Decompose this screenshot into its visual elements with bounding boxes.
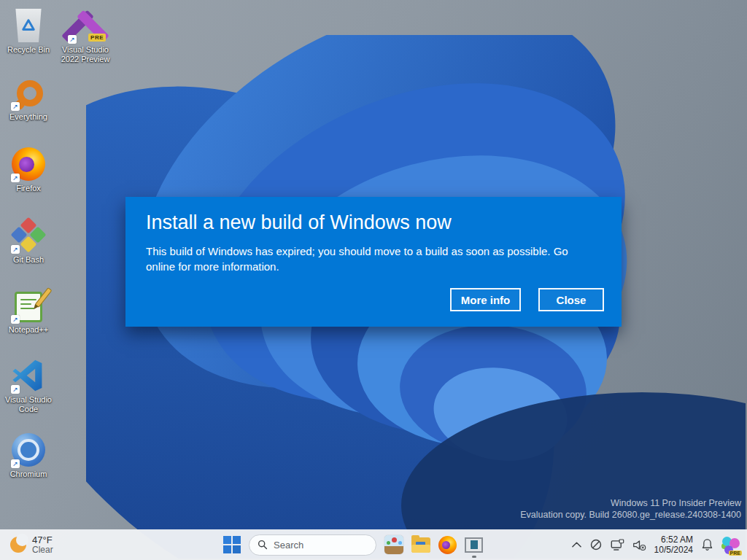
folder-icon bbox=[411, 537, 430, 553]
pre-badge: PRE bbox=[729, 551, 742, 556]
desktop-icon-firefox[interactable]: ↗ Firefox bbox=[0, 143, 57, 193]
desktop-icon-label: Everything bbox=[0, 112, 57, 122]
desktop-icon-label: Git Bash bbox=[0, 255, 57, 265]
build-expired-dialog: Install a new build of Windows now This … bbox=[125, 197, 622, 327]
moon-weather-icon bbox=[10, 537, 26, 553]
running-indicator bbox=[472, 556, 476, 558]
watermark-line1: Windows 11 Pro Insider Preview bbox=[520, 497, 741, 509]
weather-widget[interactable]: 47°F Clear bbox=[10, 529, 53, 560]
taskbar-search[interactable] bbox=[249, 534, 376, 556]
shortcut-arrow-icon: ↗ bbox=[11, 385, 20, 394]
tray-date: 10/5/2024 bbox=[654, 545, 693, 555]
desktop-icon-label: Recycle Bin bbox=[0, 45, 57, 55]
tray-overflow-button[interactable] bbox=[572, 542, 581, 548]
volume-button[interactable] bbox=[632, 539, 646, 551]
do-not-disturb-icon bbox=[589, 538, 603, 551]
desktop-icon-recycle-bin[interactable]: Recycle Bin bbox=[0, 4, 57, 55]
bell-icon bbox=[701, 538, 713, 551]
app-window-icon bbox=[465, 537, 483, 553]
shortcut-arrow-icon: ↗ bbox=[11, 245, 20, 254]
shortcut-arrow-icon: ↗ bbox=[11, 102, 20, 111]
desktop-icon-everything[interactable]: ↗ Everything bbox=[0, 71, 57, 122]
shortcut-arrow-icon: ↗ bbox=[11, 174, 20, 182]
running-app-window-button[interactable] bbox=[465, 537, 483, 553]
desktop-icon-visual-studio-code[interactable]: ↗ Visual Studio Code bbox=[0, 354, 57, 414]
volume-muted-icon bbox=[632, 539, 646, 551]
close-button[interactable]: Close bbox=[538, 288, 604, 311]
evaluation-watermark: Windows 11 Pro Insider Preview Evaluatio… bbox=[520, 497, 741, 521]
more-info-button[interactable]: More info bbox=[450, 288, 521, 311]
shortcut-arrow-icon: ↗ bbox=[68, 35, 77, 44]
display-icon bbox=[611, 539, 624, 551]
shortcut-arrow-icon: ↗ bbox=[11, 459, 20, 468]
desktop-icon-chromium[interactable]: ↗ Chromium bbox=[0, 429, 57, 479]
clock-widget[interactable]: 6:52 AM 10/5/2024 bbox=[654, 534, 693, 555]
pre-badge: PRE bbox=[88, 34, 106, 42]
desktop-icon-label: Notepad++ bbox=[0, 325, 57, 335]
desktop-icon-label: Chromium bbox=[0, 470, 57, 479]
firefox-icon bbox=[438, 536, 457, 554]
chevron-up-icon bbox=[572, 542, 581, 548]
taskbar: 47°F Clear bbox=[0, 529, 747, 560]
desktop-icon-label: Visual Studio Code bbox=[0, 395, 57, 414]
preview-app-tray-button[interactable]: PRE bbox=[721, 536, 740, 554]
taskbar-center-icons bbox=[223, 529, 483, 560]
desktop-icon-label: Visual Studio 2022 Preview bbox=[57, 45, 114, 64]
dialog-button-row: More info Close bbox=[450, 288, 604, 311]
search-icon bbox=[258, 540, 268, 550]
do-not-disturb-button[interactable] bbox=[589, 538, 603, 551]
watermark-line2: Evaluation copy. Build 26080.ge_release.… bbox=[520, 509, 741, 521]
windows-logo-icon bbox=[223, 536, 241, 553]
desktop-icon-label: Firefox bbox=[0, 184, 57, 193]
dialog-body-text: This build of Windows has expired; you s… bbox=[125, 234, 622, 274]
file-explorer-button[interactable] bbox=[411, 537, 430, 553]
desktop-icon-notepad-plus-plus[interactable]: ↗ Notepad++ bbox=[0, 284, 57, 335]
shortcut-arrow-icon: ↗ bbox=[11, 315, 20, 324]
search-input[interactable] bbox=[274, 540, 361, 551]
firefox-taskbar-button[interactable] bbox=[438, 536, 457, 554]
dialog-title: Install a new build of Windows now bbox=[125, 197, 622, 234]
recycle-bin-icon bbox=[14, 9, 43, 42]
desktop-icon-visual-studio-2022-preview[interactable]: PRE ↗ Visual Studio 2022 Preview bbox=[57, 4, 114, 64]
start-button[interactable] bbox=[223, 536, 241, 553]
weather-condition: Clear bbox=[32, 545, 53, 555]
task-view-icon bbox=[384, 535, 403, 554]
tray-time: 6:52 AM bbox=[654, 534, 693, 545]
system-tray: 6:52 AM 10/5/2024 PRE bbox=[572, 529, 740, 560]
task-view-button[interactable] bbox=[384, 535, 403, 554]
weather-temperature: 47°F bbox=[32, 535, 53, 545]
cast-display-button[interactable] bbox=[611, 539, 624, 551]
notifications-button[interactable] bbox=[701, 538, 713, 551]
desktop-icon-git-bash[interactable]: ↗ Git Bash bbox=[0, 214, 57, 265]
